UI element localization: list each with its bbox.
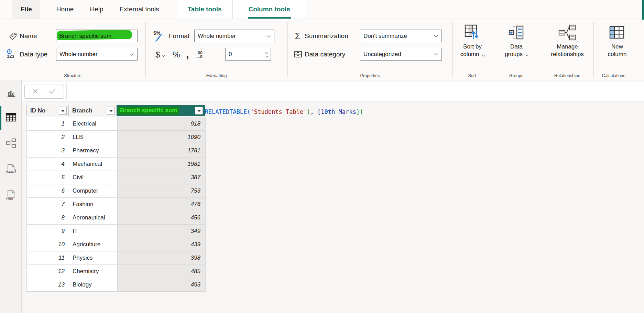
dax-formula-input[interactable]: 1Branch specific sum = SUMX(RELATEDTABLE… xyxy=(73,82,363,102)
column-header-id-no[interactable]: ID No xyxy=(26,105,69,116)
data-groups-button[interactable]: Data groups xyxy=(497,24,536,58)
table-row: 3 Pharmacy 1781 xyxy=(26,144,206,158)
cell-id-no[interactable]: 1 xyxy=(26,117,69,131)
chevron-down-icon xyxy=(130,52,133,55)
cell-branch[interactable]: Physics xyxy=(69,251,117,265)
cancel-formula-button[interactable] xyxy=(32,88,39,96)
column-header-branch-specific-sum[interactable]: Branch specific sum xyxy=(117,105,205,116)
cell-branch-specific-sum[interactable]: 476 xyxy=(117,198,206,211)
cell-branch-specific-sum[interactable]: 1981 xyxy=(117,158,206,171)
cell-id-no[interactable]: 5 xyxy=(26,171,69,184)
sidebar-item-report-view[interactable] xyxy=(0,88,22,99)
cell-id-no[interactable]: 8 xyxy=(26,211,69,225)
tab-table-tools[interactable]: Table tools xyxy=(177,0,232,19)
cell-branch[interactable]: IT xyxy=(69,225,117,238)
tab-column-tools[interactable]: Column tools xyxy=(232,0,306,19)
report-view-icon xyxy=(6,88,17,99)
cell-id-no[interactable]: 3 xyxy=(26,144,69,158)
tab-home[interactable]: Home xyxy=(56,0,74,19)
percent-format-button[interactable]: % xyxy=(173,48,180,61)
group-label-calculations: Calculations xyxy=(593,73,634,78)
cell-branch[interactable]: Civil xyxy=(69,171,117,184)
group-label-structure: Structure xyxy=(0,73,145,78)
cell-id-no[interactable]: 13 xyxy=(26,278,69,292)
cell-id-no[interactable]: 9 xyxy=(26,225,69,238)
data-category-icon xyxy=(293,48,303,61)
sidebar-item-tmdl-view[interactable]: TMDL xyxy=(0,189,22,202)
tab-external-tools[interactable]: External tools xyxy=(120,0,159,19)
filter-triangle-icon xyxy=(61,110,65,112)
cell-branch-specific-sum[interactable]: 349 xyxy=(117,225,206,238)
table-row: 6 Computer 753 xyxy=(26,184,206,198)
filter-dropdown-button[interactable] xyxy=(59,107,67,115)
chevron-down-icon xyxy=(482,54,485,56)
sidebar-item-table-view[interactable] xyxy=(0,112,22,122)
summarization-select[interactable]: Don't summarize xyxy=(360,30,442,42)
cell-id-no[interactable]: 6 xyxy=(26,184,69,198)
column-header-branch[interactable]: Branch xyxy=(68,105,117,116)
window-edge-accent xyxy=(642,0,644,20)
cell-branch[interactable]: Aeronautical xyxy=(69,211,117,225)
cell-branch-specific-sum[interactable]: 1781 xyxy=(117,144,206,158)
cell-branch[interactable]: LLB xyxy=(69,131,117,144)
group-label-relationships: Relationships xyxy=(541,73,593,78)
sidebar-item-model-view[interactable] xyxy=(0,138,22,149)
decimal-places-button[interactable]: .00 →.0 xyxy=(195,48,203,61)
group-separator xyxy=(452,22,453,77)
cell-id-no[interactable]: 11 xyxy=(26,251,69,265)
group-separator xyxy=(287,22,288,77)
formula-bar[interactable]: 1Branch specific sum = SUMX(RELATEDTABLE… xyxy=(22,82,644,102)
ribbon: Name Branch specific sum 123 Data type W… xyxy=(0,19,644,80)
cell-branch-specific-sum[interactable]: 753 xyxy=(117,184,206,198)
cell-id-no[interactable]: 4 xyxy=(26,158,69,171)
cell-branch-specific-sum[interactable]: 398 xyxy=(117,251,206,265)
new-column-button[interactable]: New column xyxy=(597,24,637,58)
cell-branch[interactable]: Electrical xyxy=(69,117,117,131)
table-row: 12 Chemistry 485 xyxy=(26,265,206,278)
table-view-icon xyxy=(5,112,17,122)
cell-branch[interactable]: Fashion xyxy=(69,198,117,211)
manage-relationships-button[interactable]: Manage relationships xyxy=(543,24,591,58)
cell-branch-specific-sum[interactable]: 485 xyxy=(117,265,206,278)
thousands-separator-button[interactable]: , xyxy=(186,48,189,61)
sidebar-item-dax-query-view[interactable]: DAX xyxy=(0,163,22,175)
tab-help[interactable]: Help xyxy=(90,0,103,19)
data-type-select[interactable]: Whole number xyxy=(56,48,138,61)
formula-segment: ) xyxy=(307,108,310,115)
cell-branch-specific-sum[interactable]: 493 xyxy=(117,278,206,292)
cell-branch-specific-sum[interactable]: 439 xyxy=(117,238,206,251)
filter-dropdown-button[interactable] xyxy=(195,107,203,115)
filter-dropdown-button[interactable] xyxy=(107,107,115,115)
cell-branch-specific-sum[interactable]: 918 xyxy=(117,117,206,131)
sort-by-column-button[interactable]: Sort by column xyxy=(453,24,492,58)
cell-branch[interactable]: Chemistry xyxy=(69,265,117,278)
cell-branch-specific-sum[interactable]: 1090 xyxy=(117,131,206,144)
format-select[interactable]: Whole number xyxy=(194,30,274,42)
cell-id-no[interactable]: 7 xyxy=(26,198,69,211)
cell-branch[interactable]: Computer xyxy=(69,184,117,198)
column-name-input[interactable]: Branch specific sum xyxy=(56,30,138,42)
svg-text:123: 123 xyxy=(7,54,14,59)
cell-branch-specific-sum[interactable]: 387 xyxy=(117,171,206,184)
name-tag-icon xyxy=(7,30,19,43)
table-row: 4 Mechanical 1981 xyxy=(26,158,206,171)
tab-file[interactable]: File xyxy=(12,0,40,19)
data-category-select[interactable]: Uncategorized xyxy=(360,48,442,61)
format-value: Whole number xyxy=(198,33,236,40)
cell-id-no[interactable]: 12 xyxy=(26,265,69,278)
cell-branch-specific-sum[interactable]: 456 xyxy=(117,211,206,225)
decimal-places-stepper[interactable]: 0 xyxy=(225,48,271,61)
cell-branch[interactable]: Pharmacy xyxy=(69,144,117,158)
tmdl-view-icon: TMDL xyxy=(5,189,17,202)
cell-branch[interactable]: Agriculture xyxy=(69,238,117,251)
new-column-icon xyxy=(597,24,637,42)
close-icon xyxy=(32,88,39,94)
cell-id-no[interactable]: 10 xyxy=(26,238,69,251)
commit-formula-button[interactable] xyxy=(49,88,56,95)
cell-branch[interactable]: Mechanical xyxy=(69,158,117,171)
cell-id-no[interactable]: 2 xyxy=(26,131,69,144)
currency-format-button[interactable]: $ xyxy=(155,48,164,61)
stepper-down-icon[interactable] xyxy=(265,55,268,57)
manage-relationships-label-line2: relationships xyxy=(551,51,583,57)
cell-branch[interactable]: Biology xyxy=(69,278,117,292)
